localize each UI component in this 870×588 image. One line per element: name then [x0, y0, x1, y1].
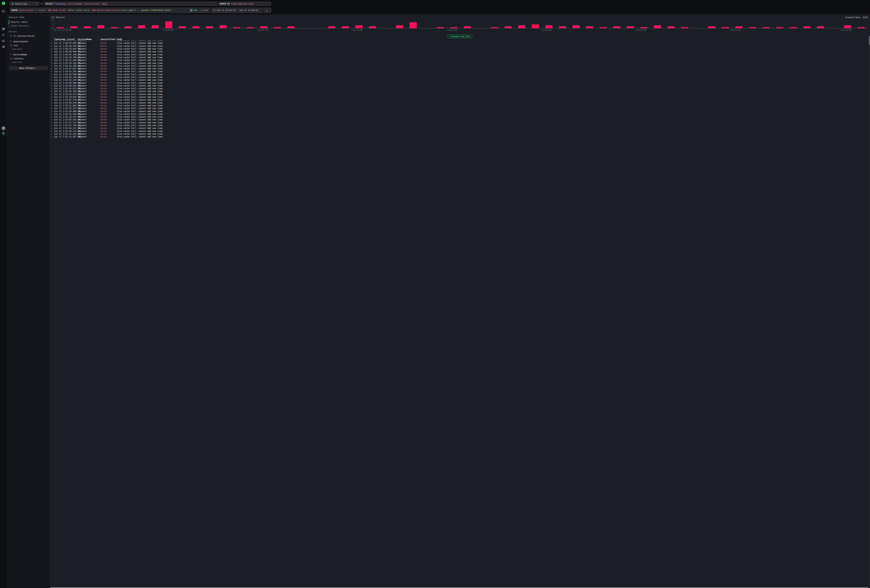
source-select[interactable]: Demo Logs	[10, 2, 39, 6]
table-row[interactable]: Jun 11 1:56:51.975 PM payment error Visa…	[50, 40, 273, 42]
table-row[interactable]: Jun 11 1:52:02.581 PM payment error Visa…	[50, 118, 273, 121]
expand-row-chevron-icon[interactable]	[51, 101, 54, 104]
table-rows-viewport[interactable]: Jun 11 1:56:51.975 PM payment error Visa…	[50, 40, 273, 137]
col-header-timestamp[interactable]: Timestamp (Local)	[54, 38, 76, 40]
expand-row-chevron-icon[interactable]	[51, 54, 54, 56]
table-row[interactable]: Jun 11 1:56:03.248 PM payment error Visa…	[50, 53, 273, 56]
table-row[interactable]: Jun 11 1:52:25.630 PM payment error Visa…	[50, 113, 273, 116]
col-header-servicename[interactable]: ServiceName	[78, 38, 99, 40]
table-row[interactable]: Jun 11 1:51:43.121 PM payment error Visa…	[50, 127, 273, 130]
table-row[interactable]: Jun 11 1:55:59.760 PM payment error Visa…	[50, 56, 273, 59]
avatar[interactable]: U	[1, 131, 5, 135]
more-filters-button[interactable]: More filters	[9, 66, 48, 70]
expand-row-chevron-icon[interactable]	[51, 51, 54, 53]
info-checkbox[interactable]	[10, 45, 12, 47]
expand-row-chevron-icon[interactable]	[51, 119, 54, 121]
expand-row-chevron-icon[interactable]	[51, 56, 54, 59]
table-row[interactable]: Jun 11 1:53:05.578 PM payment error Visa…	[50, 98, 273, 101]
expand-row-chevron-icon[interactable]	[51, 42, 54, 45]
mode-event-patterns[interactable]: Event Patterns	[9, 24, 48, 28]
histogram-bar[interactable]	[97, 25, 104, 28]
table-row[interactable]: Jun 11 1:53:24.274 PM payment error Visa…	[50, 93, 273, 96]
sessions-icon[interactable]	[2, 39, 5, 42]
table-row[interactable]: Jun 11 1:52:35.232 PM payment error Visa…	[50, 107, 273, 110]
histogram-bar[interactable]	[220, 25, 227, 28]
language-sql-option[interactable]: SQL	[194, 9, 198, 12]
table-row[interactable]: Jun 11 1:52:51.824 PM payment error Visa…	[50, 104, 273, 107]
expand-row-chevron-icon[interactable]	[51, 130, 54, 132]
facet-value-checkout[interactable]: checkout	[10, 57, 48, 60]
order-by-input[interactable]: ORDER BY TimestampTime DESC	[218, 2, 271, 6]
expand-row-chevron-icon[interactable]	[51, 116, 54, 118]
expand-row-chevron-icon[interactable]	[51, 45, 54, 47]
histogram-bar[interactable]	[206, 26, 213, 28]
expand-row-chevron-icon[interactable]	[51, 99, 54, 101]
table-row[interactable]: Jun 11 1:51:39.115 PM payment error Visa…	[50, 130, 273, 132]
dashboards-icon[interactable]	[2, 45, 5, 48]
expand-row-chevron-icon[interactable]	[51, 48, 54, 50]
search-icon[interactable]	[10, 53, 12, 56]
panel-toggle-icon[interactable]	[2, 10, 5, 13]
histogram-bar[interactable]	[179, 26, 186, 28]
chart-explorer-icon[interactable]	[2, 33, 5, 36]
table-row[interactable]: Jun 11 1:55:07.827 PM payment error Visa…	[50, 67, 273, 70]
select-columns-input[interactable]: SELECT Timestamp, ServiceName, SeverityT…	[44, 2, 217, 6]
table-row[interactable]: Jun 11 1:55:51.448 PM payment error Visa…	[50, 59, 273, 62]
expand-row-chevron-icon[interactable]	[51, 67, 54, 70]
table-row[interactable]: Jun 11 1:53:10.922 PM payment error Visa…	[50, 96, 273, 98]
expand-row-chevron-icon[interactable]	[51, 87, 54, 90]
expand-row-chevron-icon[interactable]	[51, 79, 54, 81]
col-header-severitytext[interactable]: SeverityText	[101, 38, 116, 40]
table-row[interactable]: Jun 11 1:56:42.995 PM payment error Visa…	[50, 42, 273, 45]
expand-row-chevron-icon[interactable]	[51, 107, 54, 110]
table-row[interactable]: Jun 11 1:51:57.712 PM payment error Visa…	[50, 121, 273, 124]
expand-row-chevron-icon[interactable]	[51, 121, 54, 124]
table-row[interactable]: Jun 11 1:54:40.218 PM payment error Visa…	[50, 76, 273, 79]
expand-row-chevron-icon[interactable]	[51, 93, 54, 95]
expand-row-chevron-icon[interactable]	[51, 96, 54, 98]
denoise-results-toggle[interactable]: Denoise Results	[10, 34, 48, 37]
histogram-bar[interactable]	[84, 26, 91, 28]
expand-row-chevron-icon[interactable]	[51, 85, 54, 87]
col-header-body[interactable]: Body	[117, 38, 273, 40]
search-logs-icon[interactable]	[2, 27, 5, 30]
hyperdx-logo-icon[interactable]	[1, 1, 5, 5]
histogram-bar[interactable]	[260, 26, 267, 28]
expand-row-chevron-icon[interactable]	[51, 127, 54, 130]
table-row[interactable]: Jun 11 1:56:08.948 PM payment error Visa…	[50, 50, 273, 53]
run-query-button[interactable]: ▷	[263, 7, 271, 13]
table-row[interactable]: Jun 11 1:54:52.241 PM payment error Visa…	[50, 70, 273, 73]
histogram-bar[interactable]	[152, 25, 159, 28]
expand-row-chevron-icon[interactable]	[51, 70, 54, 73]
search-icon[interactable]	[10, 40, 12, 43]
help-button[interactable]: ?	[1, 126, 5, 130]
expand-row-chevron-icon[interactable]	[51, 110, 54, 113]
table-row[interactable]: Jun 11 1:51:47.229 PM payment error Visa…	[50, 124, 273, 127]
table-row[interactable]: Jun 11 1:54:26.230 PM payment error Visa…	[50, 79, 273, 82]
column-resize-handle-icon[interactable]	[77, 39, 77, 40]
table-row[interactable]: Jun 11 1:53:00.676 PM payment error Visa…	[50, 101, 273, 104]
time-range-picker[interactable]: Jun 11 13:41:52 - Jun 11 13:56:52	[211, 7, 262, 13]
severitytext-load-more[interactable]: Load more	[9, 48, 48, 50]
table-row[interactable]: Jun 11 1:56:38.534 PM payment error Visa…	[50, 45, 273, 48]
table-row[interactable]: Jun 11 1:54:06.953 PM payment error Visa…	[50, 84, 273, 87]
histogram-bar[interactable]	[70, 26, 77, 28]
servicename-load-more[interactable]: Load more	[9, 61, 48, 63]
table-row[interactable]: Jun 11 1:52:30.469 PM payment error Visa…	[50, 110, 273, 113]
expand-row-chevron-icon[interactable]	[51, 76, 54, 79]
source-settings-gear-icon[interactable]: ⚙	[41, 2, 42, 5]
language-lucene-option[interactable]: Lucene	[201, 9, 208, 12]
expand-row-chevron-icon[interactable]	[51, 65, 54, 67]
mode-results-table[interactable]: Results Table	[9, 20, 48, 24]
table-row[interactable]: Jun 11 1:56:32.843 PM payment error Visa…	[50, 48, 273, 50]
table-row[interactable]: Jun 11 1:54:09.906 PM payment error Visa…	[50, 82, 273, 84]
denoise-checkbox[interactable]	[10, 35, 12, 37]
expand-row-chevron-icon[interactable]	[51, 133, 54, 135]
facet-value-info[interactable]: info	[10, 44, 48, 47]
table-row[interactable]: Jun 11 1:52:19.473 PM payment error Visa…	[50, 116, 273, 118]
expand-row-chevron-icon[interactable]	[51, 104, 54, 107]
table-row[interactable]: Jun 11 1:51:22.457 PM payment error Visa…	[50, 135, 273, 137]
expand-row-chevron-icon[interactable]	[51, 40, 54, 42]
results-histogram[interactable]: 8 0 Jun 11 1:41:45 PM1:44:00 PM1:45:45 P…	[53, 20, 273, 28]
expand-row-chevron-icon[interactable]	[51, 62, 54, 64]
